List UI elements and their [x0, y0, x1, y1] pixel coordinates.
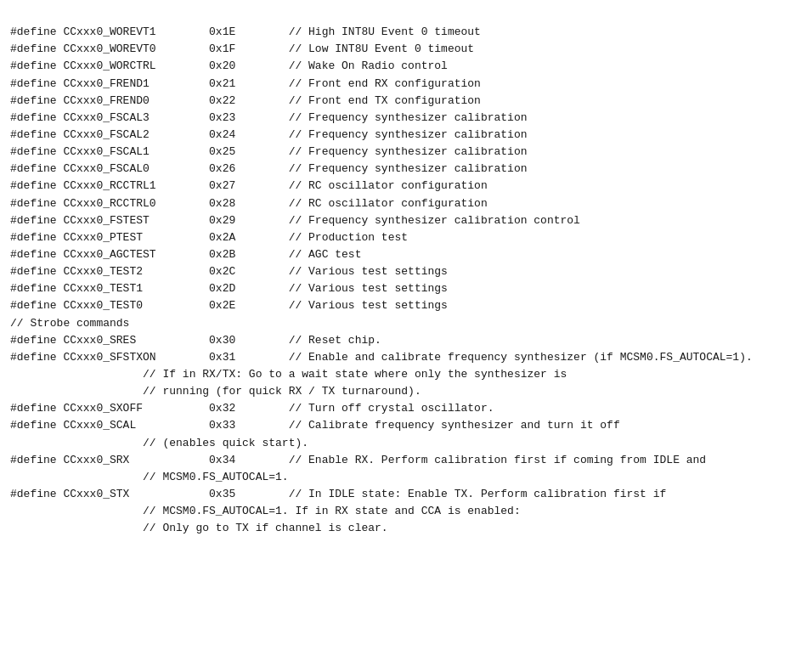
code-line: #define CCxxx0_WOREVT0 0x1F // Low INT8U…: [10, 41, 786, 58]
code-line: #define CCxxx0_TEST2 0x2C // Various tes…: [10, 263, 786, 280]
code-line: #define CCxxx0_SXOFF 0x32 // Turn off cr…: [10, 400, 786, 417]
code-line: #define CCxxx0_TEST1 0x2D // Various tes…: [10, 280, 786, 297]
code-line: #define CCxxx0_AGCTEST 0x2B // AGC test: [10, 246, 786, 263]
code-line: #define CCxxx0_SRX 0x34 // Enable RX. Pe…: [10, 452, 786, 469]
code-line: #define CCxxx0_FSCAL3 0x23 // Frequency …: [10, 110, 786, 127]
code-line: #define CCxxx0_RCCTRL1 0x27 // RC oscill…: [10, 178, 786, 195]
code-line: // MCSM0.FS_AUTOCAL=1.: [10, 469, 786, 486]
code-line: #define CCxxx0_FREND0 0x22 // Front end …: [10, 93, 786, 110]
code-line: #define CCxxx0_SCAL 0x33 // Calibrate fr…: [10, 417, 786, 434]
code-line: #define CCxxx0_FSTEST 0x29 // Frequency …: [10, 212, 786, 229]
code-line: // MCSM0.FS_AUTOCAL=1. If in RX state an…: [10, 503, 786, 520]
code-line: #define CCxxx0_STX 0x35 // In IDLE state…: [10, 486, 786, 503]
code-line: #define CCxxx0_RCCTRL0 0x28 // RC oscill…: [10, 195, 786, 212]
code-line: // running (for quick RX / TX turnaround…: [10, 383, 786, 400]
code-line: #define CCxxx0_FSCAL1 0x25 // Frequency …: [10, 144, 786, 161]
code-line: #define CCxxx0_SFSTXON 0x31 // Enable an…: [10, 349, 786, 366]
code-line: // (enables quick start).: [10, 435, 786, 452]
code-line: #define CCxxx0_SRES 0x30 // Reset chip.: [10, 332, 786, 349]
code-line: // Only go to TX if channel is clear.: [10, 520, 786, 537]
code-line: #define CCxxx0_FSCAL2 0x24 // Frequency …: [10, 127, 786, 144]
code-line: #define CCxxx0_WOREVT1 0x1E // High INT8…: [10, 24, 786, 41]
code-line: #define CCxxx0_FSCAL0 0x26 // Frequency …: [10, 161, 786, 178]
code-line: #define CCxxx0_PTEST 0x2A // Production …: [10, 229, 786, 246]
code-line: // If in RX/TX: Go to a wait state where…: [10, 366, 786, 383]
code-content: #define CCxxx0_WOREVT1 0x1E // High INT8…: [10, 7, 786, 537]
code-line: #define CCxxx0_FREND1 0x21 // Front end …: [10, 76, 786, 93]
code-line: // Strobe commands: [10, 315, 786, 332]
code-line: #define CCxxx0_TEST0 0x2E // Various tes…: [10, 297, 786, 314]
code-line: #define CCxxx0_WORCTRL 0x20 // Wake On R…: [10, 58, 786, 75]
